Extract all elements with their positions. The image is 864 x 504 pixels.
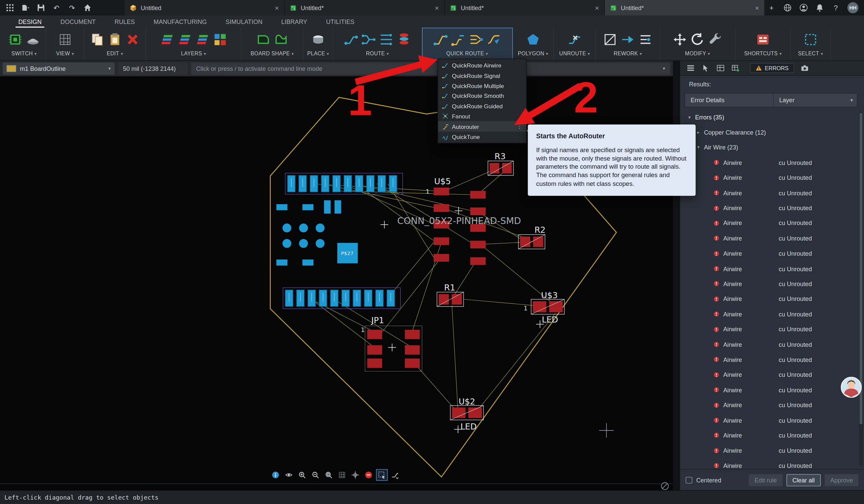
kebab-menu-icon[interactable]: ⋮ — [517, 123, 522, 130]
column-layer[interactable]: Layer — [774, 94, 847, 107]
delete-mode-icon[interactable] — [363, 470, 374, 480]
paste-icon[interactable] — [107, 32, 122, 47]
route-net-icon[interactable] — [361, 32, 376, 47]
menu-utilities[interactable]: UTILITIES — [317, 15, 364, 28]
account-icon[interactable] — [799, 3, 808, 12]
airwire-error-row[interactable]: Airwirecu Unrouted — [680, 352, 857, 367]
design-rules-icon[interactable] — [716, 64, 725, 73]
move-icon[interactable] — [672, 32, 687, 47]
menu-item-quickroute-smooth[interactable]: QuickRoute Smooth — [438, 91, 526, 101]
rework-board-icon[interactable] — [603, 32, 617, 47]
account-avatar[interactable]: HH — [848, 2, 859, 13]
board-wave-icon[interactable] — [274, 32, 288, 47]
toolbar-group-edit[interactable]: EDIT▾ — [84, 28, 146, 60]
airwire-error-row[interactable]: Airwirecu Unrouted — [680, 200, 857, 216]
snapshot-icon[interactable] — [800, 64, 809, 73]
menu-item-fanout[interactable]: Fanout — [438, 111, 526, 121]
menu-library[interactable]: LIBRARY — [272, 15, 317, 28]
menu-item-quicktune[interactable]: QuickTune — [438, 132, 526, 142]
rework-lines-icon[interactable] — [638, 32, 653, 47]
rotate-icon[interactable] — [690, 32, 705, 47]
wrench-icon[interactable] — [708, 32, 722, 47]
airwire-error-row[interactable]: Airwirecu Unrouted — [680, 231, 857, 246]
airwire-error-row[interactable]: Airwirecu Unrouted — [680, 155, 857, 170]
layer-setup-icon[interactable] — [213, 32, 228, 47]
menu-manufacturing[interactable]: MANUFACTURING — [144, 15, 216, 28]
chevron-down-icon[interactable]: ▾ — [847, 98, 856, 103]
zoom-fit-icon[interactable] — [323, 470, 334, 480]
command-line-input[interactable]: Click or press / to activate command lin… — [191, 62, 670, 75]
help-icon[interactable]: ? — [831, 3, 840, 12]
globe-icon[interactable] — [783, 3, 792, 12]
airwire-error-row[interactable]: Airwirecu Unrouted — [680, 458, 857, 468]
error-group-air-wire-23-[interactable]: ▾Air Wire (23) — [680, 140, 857, 155]
layers-icon[interactable] — [195, 32, 210, 47]
airwire-error-row[interactable]: Airwirecu Unrouted — [680, 170, 857, 185]
home-icon[interactable] — [83, 3, 92, 12]
polygon-icon[interactable] — [526, 32, 541, 47]
airwire-error-row[interactable]: Airwirecu Unrouted — [680, 276, 857, 292]
errors-group-row[interactable]: ▾ Errors (35) — [680, 110, 857, 125]
menu-item-quickroute-airwire[interactable]: QuickRoute Airwire — [438, 60, 526, 71]
toolbar-group-place[interactable]: PLACE▾ — [303, 28, 334, 60]
toolbar-group-unroute[interactable]: UNROUTE▾ — [554, 28, 596, 60]
airwire-error-row[interactable]: Airwirecu Unrouted — [680, 322, 857, 337]
layer-settings-icon[interactable] — [686, 64, 695, 73]
file-menu-icon[interactable] — [21, 3, 30, 12]
panel-scrollbar[interactable] — [859, 112, 863, 466]
grid-icon[interactable] — [337, 470, 347, 480]
airwire-error-row[interactable]: Airwirecu Unrouted — [680, 443, 857, 458]
airwire-error-row[interactable]: Airwirecu Unrouted — [680, 397, 857, 413]
unroute-icon[interactable] — [567, 32, 582, 47]
airwire-error-row[interactable]: Airwirecu Unrouted — [680, 246, 857, 261]
grid-icon[interactable] — [58, 32, 73, 47]
toolbar-group-switch[interactable]: SWITCH▾ — [2, 28, 47, 60]
close-icon[interactable]: ✕ — [755, 5, 759, 11]
undo-icon[interactable]: ↶ — [52, 3, 61, 12]
via-stack-icon[interactable] — [397, 32, 411, 47]
rework-arrow-icon[interactable] — [620, 32, 635, 47]
route-style-icon[interactable] — [390, 470, 400, 480]
selection-filter-icon[interactable] — [701, 64, 710, 73]
delete-x-icon[interactable] — [125, 32, 140, 47]
airwire-error-row[interactable]: Airwirecu Unrouted — [680, 261, 857, 276]
close-icon[interactable]: ✕ — [275, 5, 279, 11]
airwire-error-row[interactable]: Airwirecu Unrouted — [680, 367, 857, 382]
layers-icon[interactable] — [159, 32, 174, 47]
menu-item-quickroute-guided[interactable]: QuickRoute Guided — [438, 101, 526, 111]
board-shape-icon[interactable] — [256, 32, 271, 47]
crosshair-icon[interactable] — [350, 470, 361, 480]
toolbar-group-select[interactable]: SELECT▾ — [791, 28, 831, 60]
column-error-details[interactable]: Error Details — [685, 94, 773, 107]
airwire-error-row[interactable]: Airwirecu Unrouted — [680, 307, 857, 322]
menu-rules[interactable]: RULES — [105, 15, 144, 28]
document-tab-active[interactable]: Untitled*✕ — [605, 0, 765, 15]
clear-all-button[interactable]: Clear all — [787, 474, 821, 486]
airwire-error-row[interactable]: Airwirecu Unrouted — [680, 413, 857, 428]
layer-selector[interactable]: m1 BoardOutline ▾ — [3, 62, 115, 75]
user-avatar[interactable] — [841, 377, 862, 398]
menu-design[interactable]: DESIGN — [9, 15, 51, 28]
zoom-in-icon[interactable] — [297, 470, 307, 480]
toolbar-group-board-shape[interactable]: BOARD SHAPE▾ — [241, 28, 303, 60]
chevron-down-icon[interactable]: ▾ — [687, 114, 692, 120]
menu-item-quickroute-multiple[interactable]: QuickRoute Multiple — [438, 81, 526, 91]
place-icon[interactable] — [311, 32, 325, 47]
airwire-error-row[interactable]: Airwirecu Unrouted — [680, 428, 857, 443]
airwire-error-row[interactable]: Airwirecu Unrouted — [680, 382, 857, 397]
app-grid-icon[interactable] — [5, 3, 14, 12]
felt-icon[interactable] — [25, 32, 40, 47]
centered-checkbox[interactable] — [686, 477, 693, 483]
chevron-down-icon[interactable]: ▾ — [696, 145, 701, 150]
redo-icon[interactable]: ↷ — [68, 3, 76, 12]
close-icon[interactable]: ✕ — [595, 5, 599, 11]
toolbar-group-shortcuts[interactable]: SHORTCUTS▾ — [735, 28, 791, 60]
route-icon[interactable] — [344, 32, 358, 47]
toolbar-group-quick-route[interactable]: QUICK ROUTE▾ — [422, 28, 513, 60]
error-group-copper-clearance-12-[interactable]: ▸Copper Clearance (12) — [680, 125, 857, 140]
menu-item-quickroute-signal[interactable]: QuickRoute Signal — [438, 71, 526, 81]
document-tab[interactable]: Untitled✕ — [124, 0, 285, 15]
quickroute-signal-icon[interactable] — [451, 32, 466, 47]
copy-icon[interactable] — [90, 32, 105, 47]
pan-indicator-icon[interactable] — [660, 481, 670, 490]
